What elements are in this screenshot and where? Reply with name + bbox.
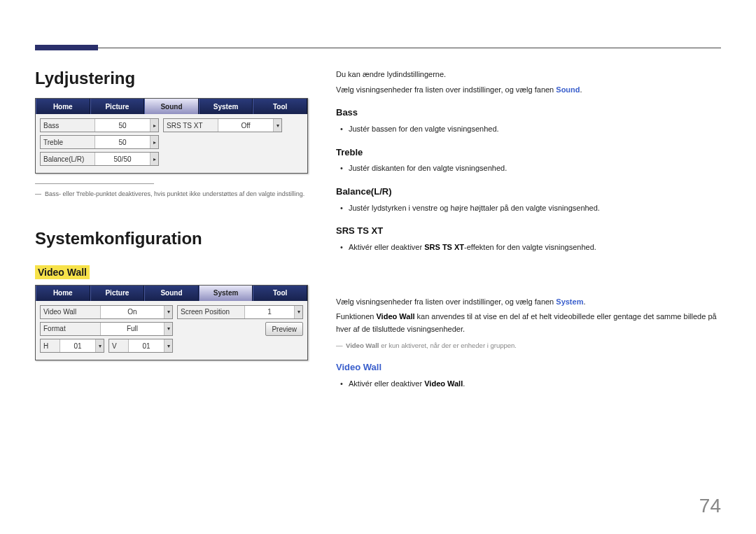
- sys-line-1: Vælg visningsenheder fra listen over ind…: [336, 296, 721, 309]
- screenpos-field[interactable]: Screen Position 1 ▾: [177, 305, 303, 319]
- tab-picture[interactable]: Picture: [90, 99, 145, 114]
- system-section-title: Systemkonfiguration: [35, 229, 308, 248]
- tab-home[interactable]: Home: [36, 99, 90, 114]
- srs-label: SRS TS XT: [164, 119, 218, 132]
- sound-section-title: Lydjustering: [35, 69, 308, 88]
- srs-b1: Aktivér eller deaktiver: [349, 243, 424, 251]
- sys-l1a: Vælg visningsenheder fra listen over ind…: [336, 297, 556, 306]
- intro-2a: Vælg visningsenheder fra listen over ind…: [336, 85, 556, 94]
- format-label: Format: [41, 323, 101, 335]
- bass-value: 50: [95, 122, 150, 129]
- footnote-bass-bold: Bass: [45, 190, 59, 197]
- h-label: H: [41, 339, 60, 352]
- balance-label: Balance(L/R): [41, 153, 95, 165]
- footnote-text-2: -punktet deaktiveres, hvis punktet ikke …: [94, 190, 304, 197]
- caret-down-icon[interactable]: ▾: [273, 119, 281, 132]
- footnote-treble-bold: Treble: [76, 190, 94, 197]
- h-value: 01: [60, 342, 95, 350]
- bass-label: Bass: [41, 119, 95, 132]
- header-rule: [35, 48, 721, 48]
- system-panel-tabs: Home Picture Sound System Tool: [36, 286, 307, 301]
- videowall-value: On: [101, 308, 164, 316]
- footnote-rule: [35, 183, 154, 184]
- h-field[interactable]: H 01 ▾: [40, 339, 104, 353]
- videowall-label: Video Wall: [41, 306, 101, 318]
- tab-sound[interactable]: Sound: [144, 99, 199, 114]
- sys-note-b: er kun aktiveret, når der er enheder i g…: [379, 342, 517, 349]
- sys-l1c: .: [583, 297, 585, 306]
- bass-field[interactable]: Bass 50 ▸: [40, 118, 159, 132]
- page-number: 74: [699, 495, 721, 517]
- intro-line-1: Du kan ændre lydindstillingerne.: [336, 69, 721, 81]
- tab-tool[interactable]: Tool: [253, 99, 307, 114]
- vw-b1: Aktivér eller deaktiver: [349, 379, 424, 388]
- preview-button[interactable]: Preview: [265, 322, 303, 336]
- videowall-heading: Video Wall: [336, 360, 721, 375]
- sys-note-a: Video Wall: [346, 342, 379, 349]
- intro-2c: .: [580, 85, 582, 94]
- format-field[interactable]: Format Full ▾: [40, 322, 173, 336]
- treble-label: Treble: [41, 136, 95, 148]
- balance-heading: Balance(L/R): [336, 185, 721, 199]
- caret-down-icon[interactable]: ▾: [164, 323, 172, 335]
- format-value: Full: [101, 325, 164, 332]
- tab-sound-2[interactable]: Sound: [144, 286, 199, 301]
- tab-system-2[interactable]: System: [199, 286, 253, 301]
- bass-heading: Bass: [336, 106, 721, 120]
- intro-line-2: Vælg visningsenheder fra listen over ind…: [336, 84, 721, 97]
- sys-line-2: Funktionen Video Wall kan anvendes til a…: [336, 311, 721, 335]
- sys-l2a: Funktionen: [336, 312, 376, 321]
- vw-b2: Video Wall: [424, 379, 463, 388]
- sys-l1b: System: [556, 297, 583, 306]
- srs-heading: SRS TS XT: [336, 224, 721, 239]
- sys-note: Video Wall er kun aktiveret, når der er …: [336, 340, 721, 351]
- srs-bullet: Aktivér eller deaktiver SRS TS XT-effekt…: [349, 241, 721, 254]
- header-accent-bar: [35, 45, 98, 50]
- treble-bullet: Justér diskanten for den valgte visnings…: [349, 162, 721, 175]
- tab-home-2[interactable]: Home: [36, 286, 90, 301]
- screenpos-value: 1: [245, 308, 294, 316]
- footnote-text-1: - eller: [59, 190, 76, 197]
- balance-field[interactable]: Balance(L/R) 50/50 ▸: [40, 152, 159, 166]
- sound-footnote: Bass- eller Treble-punktet deaktiveres, …: [35, 190, 308, 199]
- caret-down-icon[interactable]: ▾: [95, 339, 104, 352]
- bass-bullet: Justér bassen for den valgte visningsenh…: [349, 123, 721, 136]
- caret-right-icon[interactable]: ▸: [150, 153, 158, 165]
- tab-picture-2[interactable]: Picture: [90, 286, 145, 301]
- caret-down-icon[interactable]: ▾: [164, 339, 172, 352]
- system-panel: Home Picture Sound System Tool Video Wal…: [35, 285, 308, 361]
- videowall-field[interactable]: Video Wall On ▾: [40, 305, 173, 319]
- treble-heading: Treble: [336, 146, 721, 160]
- caret-right-icon[interactable]: ▸: [150, 136, 158, 148]
- srs-value: Off: [218, 122, 273, 129]
- balance-value: 50/50: [95, 155, 150, 163]
- treble-field[interactable]: Treble 50 ▸: [40, 135, 159, 149]
- v-field[interactable]: V 01 ▾: [108, 339, 173, 353]
- tab-system[interactable]: System: [199, 99, 253, 114]
- caret-down-icon[interactable]: ▾: [164, 306, 172, 318]
- vw-b3: .: [463, 379, 465, 388]
- videowall-bullet: Aktivér eller deaktiver Video Wall.: [349, 378, 721, 391]
- sys-l2b: Video Wall: [376, 312, 414, 321]
- v-value: 01: [129, 342, 164, 350]
- v-label: V: [109, 339, 129, 352]
- intro-2-sound: Sound: [556, 85, 580, 94]
- caret-down-icon[interactable]: ▾: [294, 306, 302, 318]
- srs-field[interactable]: SRS TS XT Off ▾: [163, 118, 282, 132]
- sound-panel-tabs: Home Picture Sound System Tool: [36, 99, 307, 114]
- treble-value: 50: [95, 139, 150, 146]
- caret-right-icon[interactable]: ▸: [150, 119, 158, 132]
- tab-tool-2[interactable]: Tool: [253, 286, 307, 301]
- balance-bullet: Justér lydstyrken i venstre og højre høj…: [349, 202, 721, 215]
- sound-panel: Home Picture Sound System Tool Bass 50 ▸…: [35, 98, 308, 174]
- video-wall-highlight: Video Wall: [35, 265, 90, 279]
- srs-b2: SRS TS XT: [424, 243, 464, 251]
- srs-b3: -effekten for den valgte visningsenhed.: [464, 243, 596, 251]
- screenpos-label: Screen Position: [178, 306, 245, 318]
